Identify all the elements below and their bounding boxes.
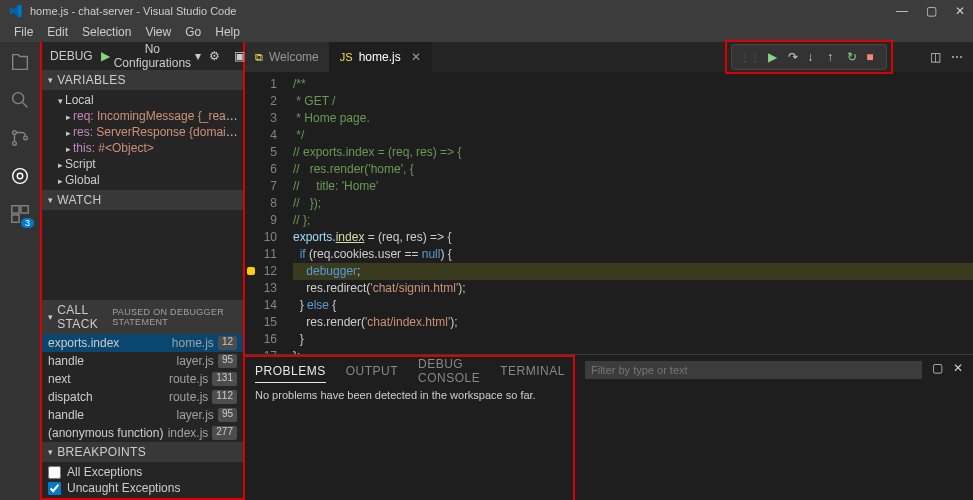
close-icon[interactable]: ✕ [411, 50, 421, 64]
callstack-section-header[interactable]: ▾CALL STACKPAUSED ON DEBUGGER STATEMENT [42, 300, 243, 334]
close-button[interactable]: ✕ [955, 4, 965, 18]
tab-welcome[interactable]: ⧉Welcome [245, 42, 330, 72]
callstack-row[interactable]: handlelayer.js95 [42, 352, 243, 370]
menu-file[interactable]: File [8, 23, 39, 41]
breakpoints-section-header[interactable]: ▾BREAKPOINTS [42, 442, 243, 462]
variables-script[interactable]: ▸Script [52, 156, 243, 172]
svg-point-5 [17, 173, 23, 179]
debug-label: DEBUG [50, 49, 93, 63]
tab-home-js[interactable]: JShome.js✕ [330, 42, 432, 72]
code-editor[interactable]: 1234567891011121314151617 /** * GET / * … [245, 72, 973, 354]
svg-point-3 [24, 136, 28, 140]
callstack-row[interactable]: (anonymous function)index.js277 [42, 424, 243, 442]
svg-point-4 [13, 169, 28, 184]
tab-debug-console[interactable]: DEBUG CONSOLE [418, 353, 480, 389]
svg-rect-7 [21, 206, 28, 213]
bp-all-checkbox[interactable] [48, 466, 61, 479]
panel-right-controls: ▢ ✕ [575, 355, 973, 500]
callstack-row[interactable]: nextroute.js131 [42, 370, 243, 388]
step-out-button[interactable]: ↑ [827, 50, 839, 64]
tab-terminal[interactable]: TERMINAL [500, 360, 565, 382]
menu-bar: File Edit Selection View Go Help [0, 22, 973, 42]
debug-header: DEBUG ▶No Configurations▾ ⚙ ▣ [42, 42, 243, 70]
bottom-panel: PROBLEMS OUTPUT DEBUG CONSOLE TERMINAL N… [245, 354, 973, 500]
window-title: home.js - chat-server - Visual Studio Co… [30, 5, 896, 17]
source-control-icon[interactable] [8, 126, 32, 150]
breakpoint-uncaught-exceptions[interactable]: Uncaught Exceptions [48, 480, 237, 496]
step-over-button[interactable]: ↷ [788, 50, 800, 64]
current-breakpoint-icon [247, 267, 255, 275]
problems-panel: PROBLEMS OUTPUT DEBUG CONSOLE TERMINAL N… [245, 355, 575, 500]
continue-button[interactable]: ▶ [768, 50, 780, 64]
local-label: Local [65, 93, 94, 107]
tab-problems[interactable]: PROBLEMS [255, 360, 326, 383]
menu-selection[interactable]: Selection [76, 23, 137, 41]
menu-go[interactable]: Go [179, 23, 207, 41]
debug-icon[interactable] [8, 164, 32, 188]
window-controls: — ▢ ✕ [896, 4, 965, 18]
svg-point-0 [13, 93, 24, 104]
split-editor-icon[interactable]: ◫ [930, 50, 941, 64]
stop-button[interactable]: ■ [866, 50, 878, 64]
callstack-status: PAUSED ON DEBUGGER STATEMENT [112, 307, 237, 327]
watch-label: WATCH [57, 193, 101, 207]
drag-handle-icon[interactable]: ⋮⋮ [740, 52, 760, 63]
variable-res[interactable]: ▸res: ServerResponse {domain: null,… [52, 124, 243, 140]
variables-label: VARIABLES [57, 73, 126, 87]
debug-toolbar[interactable]: ⋮⋮ ▶ ↷ ↓ ↑ ↻ ■ [731, 44, 887, 70]
svg-point-2 [13, 142, 17, 146]
variables-body: ▾Local ▸req: IncomingMessage {_readableS… [42, 90, 243, 190]
js-file-icon: JS [340, 51, 353, 63]
step-into-button[interactable]: ↓ [807, 50, 819, 64]
debug-config-dropdown[interactable]: ▶No Configurations▾ [101, 42, 201, 70]
callstack-label: CALL STACK [57, 303, 112, 331]
explorer-icon[interactable] [8, 50, 32, 74]
problems-message: No problems have been detected in the wo… [245, 385, 573, 405]
debug-console-icon[interactable]: ▣ [234, 49, 245, 63]
variables-section-header[interactable]: ▾VARIABLES [42, 70, 243, 90]
watch-section-header[interactable]: ▾WATCH [42, 190, 243, 210]
variables-local[interactable]: ▾Local [52, 92, 243, 108]
search-icon[interactable] [8, 88, 32, 112]
variables-global[interactable]: ▸Global [52, 172, 243, 188]
extensions-icon[interactable]: 3 [8, 202, 32, 226]
callstack-row[interactable]: handlelayer.js95 [42, 406, 243, 424]
title-bar: home.js - chat-server - Visual Studio Co… [0, 0, 973, 22]
debug-settings-icon[interactable]: ⚙ [209, 49, 220, 63]
callstack-row[interactable]: exports.indexhome.js12 [42, 334, 243, 352]
restart-button[interactable]: ↻ [847, 50, 859, 64]
menu-help[interactable]: Help [209, 23, 246, 41]
svg-rect-6 [12, 206, 19, 213]
panel-tabs: PROBLEMS OUTPUT DEBUG CONSOLE TERMINAL [245, 357, 573, 385]
callstack-body: exports.indexhome.js12 handlelayer.js95 … [42, 334, 243, 442]
editor-actions: ◫ ⋯ [930, 42, 973, 72]
vscode-icon [8, 4, 22, 18]
tab-output[interactable]: OUTPUT [346, 360, 398, 382]
welcome-icon: ⧉ [255, 51, 263, 64]
tab-bar: ⧉Welcome JShome.js✕ ◫ ⋯ ⋮⋮ ▶ ↷ ↓ ↑ ↻ ■ [245, 42, 973, 72]
code-content[interactable]: /** * GET / * Home page. */ // exports.i… [289, 72, 973, 354]
watch-body [42, 210, 243, 300]
more-actions-icon[interactable]: ⋯ [951, 50, 963, 64]
editor-zone: ⧉Welcome JShome.js✕ ◫ ⋯ ⋮⋮ ▶ ↷ ↓ ↑ ↻ ■ 1… [245, 42, 973, 500]
breakpoints-label: BREAKPOINTS [57, 445, 146, 459]
bp-uncaught-checkbox[interactable] [48, 482, 61, 495]
panel-maximize-icon[interactable]: ▢ [932, 361, 943, 375]
variable-this[interactable]: ▸this: #<Object> [52, 140, 243, 156]
extensions-badge: 3 [21, 218, 34, 228]
tab-home-label: home.js [359, 50, 401, 64]
breakpoints-body: All Exceptions Uncaught Exceptions [42, 462, 243, 498]
filter-input[interactable] [585, 361, 922, 379]
svg-rect-8 [12, 215, 19, 222]
variable-req[interactable]: ▸req: IncomingMessage {_readableSta… [52, 108, 243, 124]
panel-close-icon[interactable]: ✕ [953, 361, 963, 375]
menu-view[interactable]: View [139, 23, 177, 41]
maximize-button[interactable]: ▢ [926, 4, 937, 18]
callstack-row[interactable]: dispatchroute.js112 [42, 388, 243, 406]
debug-sidebar: DEBUG ▶No Configurations▾ ⚙ ▣ ▾VARIABLES… [40, 42, 245, 500]
breakpoint-all-exceptions[interactable]: All Exceptions [48, 464, 237, 480]
activity-bar: 3 [0, 42, 40, 500]
gutter: 1234567891011121314151617 [245, 72, 289, 354]
minimize-button[interactable]: — [896, 4, 908, 18]
menu-edit[interactable]: Edit [41, 23, 74, 41]
